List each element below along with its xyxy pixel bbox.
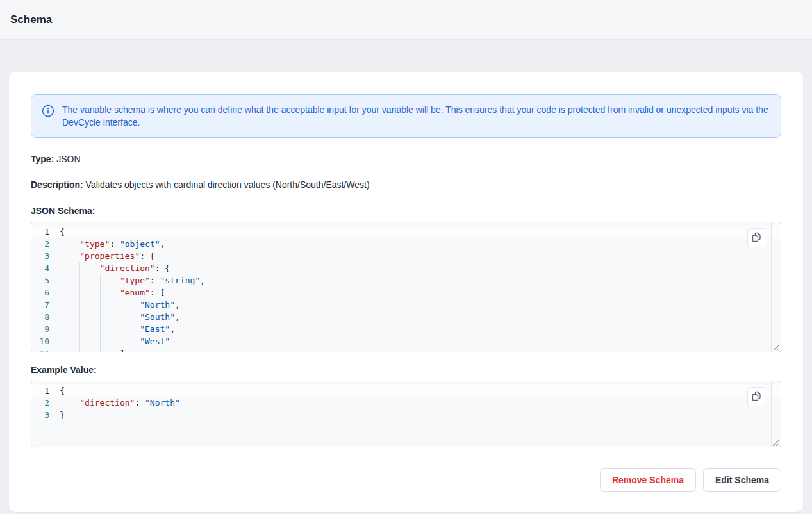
code-line: 7"North", bbox=[31, 299, 781, 311]
info-alert: The variable schema is where you can def… bbox=[31, 94, 781, 138]
code-line: 9"East", bbox=[31, 323, 781, 335]
code-line: 6"enum": [ bbox=[31, 286, 781, 299]
code-text: "direction": "North" bbox=[60, 397, 180, 409]
code-line: 2"direction": "North" bbox=[31, 397, 781, 409]
line-number: 3 bbox=[31, 409, 60, 421]
code-line: 5"type": "string", bbox=[31, 274, 781, 286]
code-text: { bbox=[60, 385, 65, 397]
description-value: Validates objects with cardinal directio… bbox=[86, 179, 370, 190]
copy-button[interactable] bbox=[747, 228, 766, 247]
json-schema-label: JSON Schema: bbox=[31, 206, 781, 216]
code-line: 8"South", bbox=[31, 311, 781, 323]
resize-handle[interactable] bbox=[772, 343, 779, 351]
line-number: 11 bbox=[31, 347, 60, 352]
alert-text: The variable schema is where you can def… bbox=[62, 103, 770, 129]
line-number: 1 bbox=[31, 385, 60, 397]
code-line: 1{ bbox=[31, 226, 781, 238]
code-line: 1{ bbox=[31, 385, 781, 397]
copy-icon bbox=[752, 232, 762, 244]
line-number: 6 bbox=[31, 286, 60, 299]
info-circle-icon bbox=[42, 104, 54, 120]
remove-schema-button[interactable]: Remove Schema bbox=[600, 468, 696, 492]
line-number: 8 bbox=[31, 311, 60, 323]
code-text: { bbox=[60, 226, 65, 238]
code-text: } bbox=[60, 409, 65, 421]
type-row: Type: JSON bbox=[31, 153, 781, 165]
code-line: 3} bbox=[31, 409, 781, 421]
copy-button[interactable] bbox=[747, 387, 766, 406]
code-text: "East", bbox=[60, 323, 175, 335]
code-text: "South", bbox=[60, 311, 180, 323]
code-line: 2"type": "object", bbox=[31, 238, 781, 250]
line-number: 3 bbox=[31, 250, 60, 262]
code-line: 4"direction": { bbox=[31, 262, 781, 274]
type-label: Type: bbox=[31, 154, 54, 164]
code-text: ] bbox=[60, 347, 125, 352]
code-line: 10"West" bbox=[31, 335, 781, 347]
code-text: "enum": [ bbox=[60, 286, 165, 299]
code-text: "type": "object", bbox=[60, 238, 165, 250]
line-number: 2 bbox=[31, 238, 60, 250]
resize-handle[interactable] bbox=[772, 438, 779, 445]
line-number: 4 bbox=[31, 262, 60, 274]
schema-card: The variable schema is where you can def… bbox=[9, 72, 803, 512]
page-title: Schema bbox=[10, 13, 52, 26]
line-number: 9 bbox=[31, 323, 60, 335]
code-line: 3"properties": { bbox=[31, 250, 781, 262]
json-schema-editor[interactable]: 1{2"type": "object",3"properties": {4"di… bbox=[31, 222, 781, 352]
copy-icon bbox=[752, 391, 762, 403]
line-number: 5 bbox=[31, 274, 60, 286]
edit-schema-button[interactable]: Edit Schema bbox=[703, 468, 781, 492]
line-number: 2 bbox=[31, 397, 60, 409]
action-buttons: Remove Schema Edit Schema bbox=[31, 468, 781, 492]
line-number: 10 bbox=[31, 335, 60, 347]
line-number: 7 bbox=[31, 299, 60, 311]
description-row: Description: Validates objects with card… bbox=[31, 178, 781, 191]
code-text: "North", bbox=[60, 299, 180, 311]
line-number: 1 bbox=[31, 226, 60, 238]
code-line: 11] bbox=[31, 347, 781, 352]
code-text: "West" bbox=[60, 335, 170, 347]
code-text: "type": "string", bbox=[60, 274, 205, 286]
code-text: "direction": { bbox=[60, 262, 170, 274]
example-value-label: Example Value: bbox=[31, 365, 781, 375]
description-label: Description: bbox=[31, 179, 83, 190]
code-text: "properties": { bbox=[60, 250, 155, 262]
example-value-editor[interactable]: 1{2"direction": "North"3} bbox=[31, 381, 781, 447]
page-header: Schema bbox=[0, 0, 812, 40]
type-value: JSON bbox=[56, 154, 80, 164]
